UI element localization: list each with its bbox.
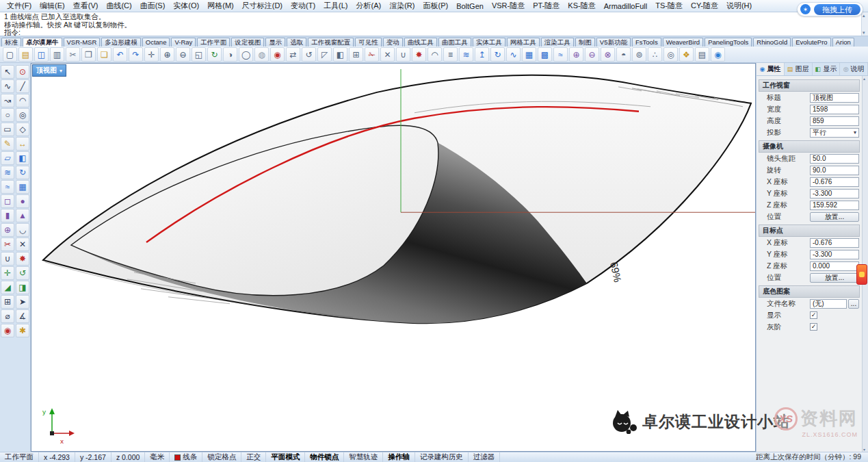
command-scrollbar[interactable] bbox=[861, 12, 868, 36]
text-tool-icon[interactable]: ✎ bbox=[1, 137, 14, 151]
array-icon[interactable]: ⊞ bbox=[349, 47, 363, 62]
toolbar-group-tab[interactable]: 渲染工具 bbox=[541, 38, 574, 47]
patch-icon[interactable]: ▩ bbox=[538, 47, 552, 62]
menu-item[interactable]: 工具(L) bbox=[319, 0, 352, 12]
rotate-icon[interactable]: ↺ bbox=[302, 47, 316, 62]
toolbar-group-tab[interactable]: 设定视图 bbox=[231, 38, 264, 47]
value-field[interactable]: 顶视图 bbox=[810, 93, 859, 103]
sweep-icon[interactable]: ∿ bbox=[506, 47, 521, 62]
zoom-extents-icon[interactable]: ◱ bbox=[192, 47, 206, 62]
array-tool-icon[interactable]: ⊞ bbox=[1, 295, 14, 309]
toolbar-group-tab[interactable]: PanelingTools bbox=[705, 38, 752, 47]
cap-icon[interactable]: ◓ bbox=[616, 47, 631, 62]
toolbar-group-tab[interactable]: 显示 bbox=[265, 38, 285, 47]
point-tool-icon[interactable]: ⊙ bbox=[16, 65, 29, 79]
value-field[interactable]: -0.676 bbox=[810, 238, 859, 248]
revolve-icon[interactable]: ↻ bbox=[490, 47, 505, 62]
toolbar-group-tab[interactable]: 制图 bbox=[575, 38, 595, 47]
rotate-tool-icon[interactable]: ↺ bbox=[16, 266, 29, 280]
cut-icon[interactable]: ✂ bbox=[66, 47, 80, 62]
toolbar-group-tab[interactable]: 网格工具 bbox=[507, 38, 540, 47]
trim-icon[interactable]: ✁ bbox=[365, 47, 379, 62]
filename-field[interactable]: (无) bbox=[810, 299, 847, 309]
new-file-icon[interactable]: ▢ bbox=[3, 47, 17, 62]
menu-item[interactable]: 曲面(S) bbox=[136, 0, 170, 12]
place-button[interactable]: 放置... bbox=[810, 212, 859, 222]
status-toggle[interactable]: 过滤器 bbox=[469, 452, 501, 462]
toolbar-group-tab[interactable]: 卓尔谟犀牛 bbox=[23, 38, 62, 47]
status-toggle[interactable]: 操作轴 bbox=[383, 452, 415, 462]
value-field[interactable]: 1598 bbox=[810, 105, 859, 114]
explode-icon[interactable]: ✸ bbox=[412, 47, 426, 62]
tab-help[interactable]: ◎ 说明 bbox=[840, 63, 868, 75]
polygon-tool-icon[interactable]: ◇ bbox=[16, 123, 29, 136]
wireframe-view-icon[interactable]: ◯ bbox=[239, 47, 253, 62]
panel-section-header[interactable]: 目标点 bbox=[759, 224, 860, 237]
boolean-tool-icon[interactable]: ⊕ bbox=[1, 223, 14, 237]
status-toggle[interactable]: 智慧轨迹 bbox=[344, 452, 383, 462]
browse-button[interactable]: ... bbox=[848, 299, 859, 309]
toolbar-group-tab[interactable]: Octane bbox=[142, 38, 170, 47]
split-icon[interactable]: ✕ bbox=[380, 47, 395, 62]
toolbar-group-tab[interactable]: 变动 bbox=[383, 38, 403, 47]
network-surface-icon[interactable]: ▦ bbox=[522, 47, 536, 62]
menu-item[interactable]: 面板(P) bbox=[419, 0, 452, 12]
toolbar-group-tab[interactable]: EvolutePro bbox=[792, 38, 830, 47]
render-tool-icon[interactable]: ◉ bbox=[1, 324, 14, 337]
explode-tool-icon[interactable]: ✸ bbox=[16, 252, 29, 266]
join-tool-icon[interactable]: ∪ bbox=[1, 252, 14, 266]
properties-panel-icon[interactable]: ◉ bbox=[711, 47, 725, 62]
tab-display[interactable]: ◧ 显示 bbox=[813, 63, 841, 75]
menu-item[interactable]: 变动(T) bbox=[287, 0, 319, 12]
menu-item[interactable]: 分析(A) bbox=[352, 0, 386, 12]
cylinder-tool-icon[interactable]: ▮ bbox=[1, 209, 14, 222]
paste-icon[interactable]: ❏ bbox=[97, 47, 111, 62]
promo-float-button[interactable] bbox=[856, 264, 867, 285]
render-icon[interactable]: ◉ bbox=[270, 47, 285, 62]
layer-panel-icon[interactable]: ▤ bbox=[695, 47, 709, 62]
save-icon[interactable]: ◫ bbox=[34, 47, 49, 62]
value-field[interactable]: 90.0 bbox=[810, 166, 859, 175]
status-toggle[interactable]: 锁定格点 bbox=[202, 452, 241, 462]
value-field[interactable]: -3.300 bbox=[810, 189, 859, 198]
scale-icon[interactable]: ◸ bbox=[317, 47, 332, 62]
revolve-tool-icon[interactable]: ↻ bbox=[16, 166, 29, 179]
menu-item[interactable]: 尺寸标注(D) bbox=[238, 0, 287, 12]
fillet-icon[interactable]: ◠ bbox=[428, 47, 442, 62]
osnap-icon[interactable]: ◎ bbox=[663, 47, 678, 62]
checkbox[interactable]: ✓ bbox=[810, 323, 817, 331]
menu-item[interactable]: 说明(H) bbox=[722, 0, 756, 12]
panel-section-header[interactable]: 工作视窗 bbox=[759, 79, 860, 92]
boolean-union-icon[interactable]: ⊕ bbox=[569, 47, 583, 62]
surface-tool-icon[interactable]: ▱ bbox=[1, 151, 14, 165]
value-field[interactable]: 159.592 bbox=[810, 201, 859, 210]
menu-item[interactable]: 渲染(R) bbox=[385, 0, 419, 12]
loft-tool-icon[interactable]: ≋ bbox=[1, 166, 14, 179]
tab-properties[interactable]: ◉ 属性 bbox=[757, 63, 785, 75]
panel-section-header[interactable]: 底色图案 bbox=[759, 285, 860, 298]
toolbar-group-tab[interactable]: 实体工具 bbox=[473, 38, 505, 47]
menu-item[interactable]: 编辑(E) bbox=[36, 0, 69, 12]
menu-item[interactable]: 网格(M) bbox=[203, 0, 238, 12]
split-tool-icon[interactable]: ✕ bbox=[16, 238, 29, 251]
toolbar-group-tab[interactable]: FsTools bbox=[632, 38, 661, 47]
status-toggle[interactable]: 物件锁点 bbox=[305, 452, 344, 462]
plane-tool-icon[interactable]: ◧ bbox=[16, 151, 29, 165]
menu-item[interactable]: PT-随意 bbox=[529, 0, 564, 12]
fillet-tool-icon[interactable]: ◡ bbox=[16, 223, 29, 237]
redo-icon[interactable]: ↷ bbox=[129, 47, 143, 62]
menu-item[interactable]: TS-随意 bbox=[651, 0, 687, 12]
toolbar-group-tab[interactable]: 工作视窗配置 bbox=[308, 38, 354, 47]
move-icon[interactable]: ⇄ bbox=[286, 47, 300, 62]
current-layer[interactable]: 线条 bbox=[170, 452, 202, 462]
cplane-selector[interactable]: 工作平面 bbox=[0, 452, 39, 462]
line-tool-icon[interactable]: ╱ bbox=[16, 79, 29, 93]
toolbar-group-tab[interactable]: WeaverBird bbox=[663, 38, 703, 47]
status-toggle[interactable]: 记录建构历史 bbox=[415, 452, 469, 462]
toolbar-group-tab[interactable]: 可见性 bbox=[355, 38, 382, 47]
viewport-title-tab[interactable]: 顶视图 bbox=[32, 64, 66, 77]
rotate-view-icon[interactable]: ↻ bbox=[207, 47, 222, 62]
tab-layers[interactable]: ▤ 图层 bbox=[785, 63, 813, 75]
value-field[interactable]: 859 bbox=[810, 116, 859, 126]
offset-icon[interactable]: ≡ bbox=[443, 47, 458, 62]
